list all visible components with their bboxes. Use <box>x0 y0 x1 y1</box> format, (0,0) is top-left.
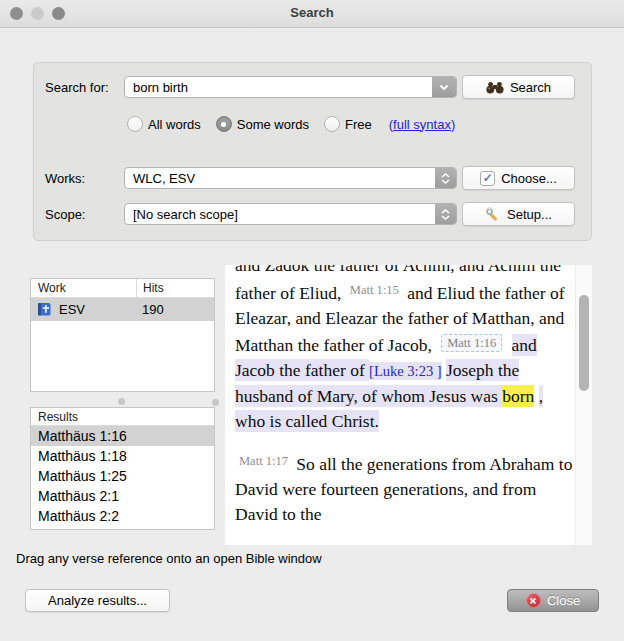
results-list: Results Matthäus 1:16 Matthäus 1:18 Matt… <box>30 407 215 530</box>
work-table-header: Work Hits <box>31 279 214 298</box>
work-hits-table: Work Hits ESV 190 <box>30 278 215 392</box>
verse-text: and Zadok the father of Achim, and Achim… <box>235 265 573 527</box>
scope-label: Scope: <box>45 207 85 222</box>
results-list-item[interactable]: Matthäus 2:2 <box>31 506 214 526</box>
drag-hint-text: Drag any verse reference onto an open Bi… <box>16 551 322 566</box>
verse-ref[interactable]: Matt 1:17 <box>239 454 288 468</box>
works-value: WLC, ESV <box>125 169 435 187</box>
scope-value: [No search scope] <box>125 205 435 223</box>
radio-circle-icon <box>324 116 340 132</box>
popup-stepper-icon <box>435 204 456 224</box>
search-for-label: Search for: <box>45 80 109 95</box>
search-dialog: Search Search for: Search <box>0 0 624 641</box>
scope-popup[interactable]: [No search scope] <box>124 203 457 225</box>
full-syntax-wrap: (full syntax) <box>389 117 456 132</box>
analyze-results-label: Analyze results... <box>48 593 147 608</box>
search-button-label: Search <box>510 80 551 95</box>
splitter-handle[interactable] <box>212 399 219 406</box>
close-button-label: Close <box>547 593 580 608</box>
chevron-down-icon <box>439 84 449 91</box>
search-for-combobox[interactable] <box>124 76 457 98</box>
radio-free[interactable]: Free <box>324 116 372 132</box>
splitter-handle[interactable] <box>118 398 125 405</box>
choose-button[interactable]: ✓ Choose... <box>462 166 575 190</box>
verse-text-pane[interactable]: and Zadok the father of Achim, and Achim… <box>225 265 592 545</box>
analyze-results-button[interactable]: Analyze results... <box>25 589 170 612</box>
cross-reference-link[interactable]: [Luke 3:23 ] <box>369 362 441 380</box>
work-column-header[interactable]: Work <box>31 281 136 295</box>
search-input[interactable] <box>125 77 432 97</box>
hits-column-header[interactable]: Hits <box>136 279 214 297</box>
wrench-icon <box>485 207 501 222</box>
scrollbar-track[interactable] <box>575 265 592 545</box>
verse-ref[interactable]: Matt 1:15 <box>350 283 399 297</box>
table-row[interactable]: ESV 190 <box>31 298 214 321</box>
radio-circle-selected-icon <box>216 116 232 132</box>
full-syntax-link[interactable]: full syntax <box>393 117 451 132</box>
work-hits: 190 <box>136 302 214 317</box>
checkmark-icon: ✓ <box>480 171 495 186</box>
works-label: Works: <box>45 171 85 186</box>
results-list-item[interactable]: Matthäus 1:25 <box>31 466 214 486</box>
red-x-badge-icon <box>526 593 541 608</box>
radio-circle-icon <box>127 116 143 132</box>
results-list-item[interactable]: Matthäus 1:16 <box>31 426 214 446</box>
radio-some-words[interactable]: Some words <box>216 116 309 132</box>
close-button[interactable]: Close <box>507 589 599 612</box>
popup-stepper-icon <box>435 168 456 188</box>
verse-ref-selected[interactable]: Matt 1:16 <box>441 334 502 352</box>
radio-all-words[interactable]: All words <box>127 116 201 132</box>
bible-book-icon <box>37 302 53 317</box>
word-mode-radio-group: All words Some words Free (full syntax) <box>127 116 455 132</box>
verse-paragraph: Matt 1:17 So all the generations from Ab… <box>235 449 573 527</box>
results-list-item[interactable]: Matthäus 1:18 <box>31 446 214 466</box>
works-popup[interactable]: WLC, ESV <box>124 167 457 189</box>
binoculars-icon <box>486 81 504 94</box>
window-title: Search <box>0 5 624 20</box>
work-name: ESV <box>53 302 136 317</box>
results-list-header: Results <box>31 408 214 426</box>
setup-button[interactable]: Setup... <box>462 202 575 226</box>
results-list-item[interactable]: Matthäus 2:4 <box>31 526 214 530</box>
verse-paragraph: and Zadok the father of Achim, and Achim… <box>235 265 573 434</box>
scrollbar-thumb[interactable] <box>579 295 589 391</box>
results-list-item[interactable]: Matthäus 2:1 <box>31 486 214 506</box>
setup-button-label: Setup... <box>507 207 552 222</box>
choose-button-label: Choose... <box>501 171 557 186</box>
combo-dropdown-button[interactable] <box>432 77 456 97</box>
title-bar: Search <box>0 0 624 28</box>
search-hit-text: born <box>502 385 534 407</box>
search-button[interactable]: Search <box>462 75 575 99</box>
search-form-panel: Search for: Search All wor <box>33 62 592 241</box>
